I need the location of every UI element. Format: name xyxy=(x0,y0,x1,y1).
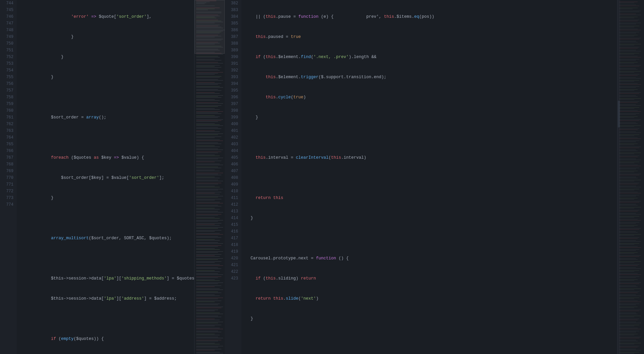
svg-rect-431 xyxy=(619,286,636,286)
svg-rect-378 xyxy=(619,205,638,205)
svg-rect-137 xyxy=(196,196,223,196)
svg-rect-16 xyxy=(196,22,223,22)
svg-rect-49 xyxy=(196,67,221,67)
svg-rect-261 xyxy=(619,29,638,29)
svg-rect-290 xyxy=(619,72,634,72)
svg-rect-118 xyxy=(196,168,221,168)
svg-rect-34 xyxy=(196,46,221,46)
minimap-panel[interactable] xyxy=(195,0,225,354)
svg-rect-311 xyxy=(619,104,636,105)
svg-rect-428 xyxy=(619,281,634,281)
svg-rect-141 xyxy=(196,202,220,202)
svg-rect-143 xyxy=(196,205,218,205)
svg-rect-301 xyxy=(619,89,638,90)
svg-rect-325 xyxy=(619,125,641,126)
svg-rect-292 xyxy=(619,75,638,75)
svg-rect-463 xyxy=(619,334,638,334)
editor-container: 744 745 746 747 748 749 750 751 752 753 … xyxy=(0,0,644,354)
svg-rect-185 xyxy=(196,267,218,268)
code-left[interactable]: 'error' => $quote['sort_order'], } } } $… xyxy=(17,0,194,354)
svg-rect-414 xyxy=(619,259,638,260)
svg-rect-108 xyxy=(196,153,218,153)
svg-rect-22 xyxy=(196,30,225,30)
svg-rect-430 xyxy=(619,284,639,284)
svg-rect-191 xyxy=(196,276,221,277)
svg-rect-357 xyxy=(619,174,641,174)
svg-rect-123 xyxy=(196,175,221,175)
svg-rect-153 xyxy=(196,220,223,220)
svg-rect-343 xyxy=(619,153,641,153)
svg-rect-436 xyxy=(619,293,638,293)
svg-rect-461 xyxy=(619,331,639,331)
svg-rect-322 xyxy=(619,120,639,121)
svg-rect-157 xyxy=(196,225,220,225)
svg-rect-113 xyxy=(196,161,221,161)
svg-rect-55 xyxy=(196,76,221,77)
svg-rect-181 xyxy=(196,261,221,262)
svg-rect-464 xyxy=(619,335,634,335)
svg-rect-424 xyxy=(619,274,641,275)
svg-rect-76 xyxy=(196,106,218,107)
svg-rect-184 xyxy=(196,265,223,266)
svg-rect-237 xyxy=(196,346,223,346)
svg-rect-136 xyxy=(196,194,220,194)
svg-rect-215 xyxy=(196,313,220,313)
svg-rect-125 xyxy=(196,178,220,178)
svg-rect-381 xyxy=(619,210,639,210)
svg-rect-11 xyxy=(196,16,220,16)
svg-rect-397 xyxy=(619,234,641,235)
svg-rect-180 xyxy=(196,259,218,260)
svg-rect-253 xyxy=(619,17,638,17)
svg-rect-212 xyxy=(196,308,221,308)
svg-rect-40 xyxy=(196,54,223,54)
svg-rect-386 xyxy=(619,217,634,217)
svg-rect-270 xyxy=(619,42,638,42)
svg-rect-332 xyxy=(619,136,634,136)
svg-rect-21 xyxy=(196,28,223,28)
svg-rect-444 xyxy=(619,305,636,305)
svg-rect-93 xyxy=(196,131,215,131)
svg-rect-351 xyxy=(619,165,638,165)
svg-rect-455 xyxy=(619,322,636,322)
svg-rect-236 xyxy=(196,344,220,344)
svg-rect-94 xyxy=(196,132,220,132)
line-numbers-right: 382 383 384 385 386 387 388 389 390 391 … xyxy=(225,0,241,354)
svg-rect-135 xyxy=(196,193,215,193)
svg-rect-349 xyxy=(619,162,639,162)
svg-rect-216 xyxy=(196,314,223,314)
svg-rect-244 xyxy=(619,3,634,3)
svg-rect-335 xyxy=(619,141,639,141)
svg-rect-392 xyxy=(619,226,634,226)
svg-rect-408 xyxy=(619,250,636,251)
code-right[interactable]: || (this.pause = function (e) { prev', t… xyxy=(241,0,617,354)
svg-rect-375 xyxy=(619,201,641,201)
svg-rect-438 xyxy=(619,296,641,296)
svg-rect-233 xyxy=(196,340,221,340)
svg-rect-456 xyxy=(619,323,641,323)
svg-rect-323 xyxy=(619,122,636,123)
svg-rect-473 xyxy=(619,349,636,349)
svg-rect-158 xyxy=(196,227,223,227)
svg-rect-302 xyxy=(619,90,634,91)
svg-rect-146 xyxy=(196,209,220,209)
svg-rect-383 xyxy=(619,213,636,213)
svg-rect-448 xyxy=(619,311,639,311)
svg-rect-272 xyxy=(619,45,634,45)
svg-rect-37 xyxy=(196,50,220,50)
svg-rect-224 xyxy=(196,326,215,326)
svg-rect-281 xyxy=(619,59,639,59)
svg-rect-168 xyxy=(196,242,218,243)
svg-rect-57 xyxy=(196,79,218,80)
svg-rect-112 xyxy=(196,159,218,159)
svg-rect-328 xyxy=(619,130,638,130)
svg-rect-176 xyxy=(196,254,221,255)
svg-rect-206 xyxy=(196,299,218,299)
svg-rect-369 xyxy=(619,192,638,192)
svg-rect-0 xyxy=(196,1,216,1)
svg-rect-128 xyxy=(196,183,221,183)
svg-rect-297 xyxy=(619,83,638,84)
svg-rect-379 xyxy=(619,207,641,207)
svg-rect-29 xyxy=(196,39,223,39)
svg-rect-411 xyxy=(619,255,641,256)
svg-rect-45 xyxy=(196,62,218,62)
